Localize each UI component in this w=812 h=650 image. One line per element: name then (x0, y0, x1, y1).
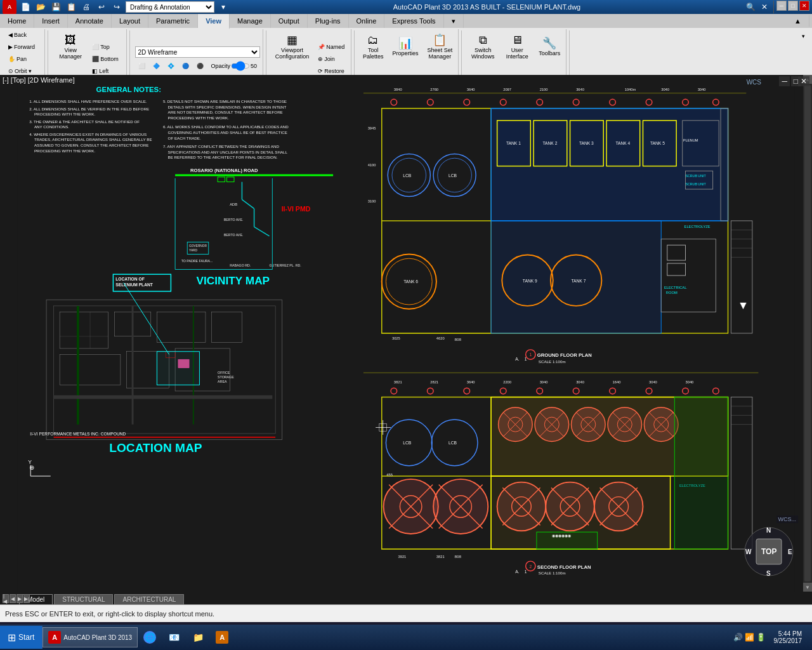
svg-text:2097: 2097 (503, 88, 511, 91)
svg-text:808: 808 (455, 554, 462, 559)
wcs-label: WCS (747, 79, 761, 86)
tab-manage[interactable]: Manage (230, 14, 271, 28)
btn-toolbars[interactable]: 🔧 Toolbars (535, 29, 563, 65)
workspace-selector[interactable]: Drafting & Annotation (126, 1, 214, 13)
btn-view-top[interactable]: ⬜ Top (89, 41, 122, 53)
tab-plugins[interactable]: Plug-ins (308, 14, 349, 28)
close-window-btn[interactable]: ✕ (799, 1, 809, 11)
qa-undo[interactable]: ↩ (95, 1, 108, 13)
svg-text:LOCATION OF: LOCATION OF (115, 277, 145, 281)
svg-text:W: W (745, 548, 752, 555)
svg-text:SELENIUM PLANT: SELENIUM PLANT (115, 282, 154, 287)
tab-view[interactable]: View (198, 14, 230, 29)
qa-print[interactable]: 🖨 (80, 1, 93, 13)
btn-tool-palettes[interactable]: 🗂 ToolPalettes (360, 29, 387, 65)
btn-named[interactable]: 📌 Named (315, 41, 348, 53)
btn-properties[interactable]: 📊 Properties (390, 29, 422, 65)
tab-more[interactable]: ▾ (444, 14, 464, 28)
tab-insert[interactable]: Insert (34, 14, 68, 28)
qa-new[interactable]: 📄 (19, 1, 32, 13)
tab-express-tools[interactable]: Express Tools (384, 14, 443, 28)
model-tabs-bar: |◀ ◀ ▶ ▶| Model STRUCTURAL ARCHITECTURAL (0, 592, 812, 604)
vscroll-down[interactable]: ▼ (803, 583, 812, 592)
taskbar-browser[interactable]: 🌐 (138, 627, 162, 647)
vscroll-thumb[interactable] (804, 85, 811, 581)
svg-rect-106 (491, 109, 728, 221)
ribbon-expand-btn[interactable]: ▾ (799, 30, 808, 42)
minimize-ribbon[interactable]: ▲ (787, 15, 809, 27)
qa-redo[interactable]: ↪ (110, 1, 123, 13)
visual-style-dropdown[interactable]: 2D Wireframe Conceptual Hidden Realistic (135, 46, 261, 58)
svg-text:ASSUMED TO GOVERN. CONSULT THE: ASSUMED TO GOVERN. CONSULT THE ARCHITECT… (34, 143, 148, 147)
taskbar-folder[interactable]: 📁 (186, 627, 210, 647)
btn-forward[interactable]: ▶ Forward (5, 41, 38, 53)
qa-save[interactable]: 💾 (49, 1, 62, 13)
svg-text:1640: 1640 (613, 380, 621, 384)
btn-back[interactable]: ◀ Back (5, 29, 30, 41)
vs-icon5[interactable]: ⚫ (193, 60, 207, 72)
drawing-canvas[interactable]: GENERAL NOTES: 1. ALL DIMENSIONS SHALL H… (0, 75, 812, 592)
svg-text:7.  ANY APPARENT CONFLICT BETW: 7. ANY APPARENT CONFLICT BETWEEN THE DRA… (163, 144, 280, 149)
tab-scroll-prev[interactable]: ◀ (10, 594, 16, 603)
vs-icon2[interactable]: 🔷 (150, 60, 163, 72)
tab-online[interactable]: Online (349, 14, 385, 28)
user-interface-icon: 🖥 (511, 34, 523, 46)
switch-windows-icon: ⧉ (479, 34, 487, 46)
svg-text:PROCEEDING WITH THE WORK.: PROCEEDING WITH THE WORK. (168, 116, 230, 120)
vs-icon1[interactable]: ⬜ (135, 60, 148, 72)
btn-join[interactable]: ⊕ Join (315, 53, 348, 65)
qa-save-as[interactable]: 📋 (65, 1, 77, 13)
btn-view-bottom[interactable]: ⬛ Bottom (89, 53, 122, 65)
minimize-btn[interactable]: ─ (776, 1, 787, 11)
svg-text:GUTIERREZ PL. RD.: GUTIERREZ PL. RD. (270, 263, 301, 267)
svg-text:1.  ALL DIMENSIONS SHALL HAVE : 1. ALL DIMENSIONS SHALL HAVE PREFERENCE … (29, 99, 147, 103)
svg-text:808: 808 (455, 337, 462, 342)
vs-icon4[interactable]: 🔵 (179, 60, 192, 72)
svg-text:3040: 3040 (540, 380, 548, 384)
tab-home[interactable]: Home (0, 14, 34, 28)
tab-architectural[interactable]: ARCHITECTURAL (114, 594, 184, 604)
help-btn[interactable]: 🔍 (744, 1, 757, 13)
viewport-maximize-btn[interactable]: ─ (779, 76, 790, 86)
opacity-slider[interactable] (231, 63, 250, 69)
svg-text:3921: 3921 (398, 555, 407, 559)
autocad2-icon: A (216, 631, 228, 644)
pan-icon: ✋ (8, 56, 15, 62)
qa-dropdown[interactable]: ▾ (217, 1, 230, 13)
svg-text:S: S (766, 570, 771, 577)
viewport-label[interactable]: [-] [Top] [2D Wireframe] (3, 76, 75, 84)
maximize-btn[interactable]: □ (788, 1, 798, 11)
qa-open[interactable]: 📂 (34, 1, 47, 13)
start-button[interactable]: ⊞ Start (0, 626, 43, 649)
btn-pan[interactable]: ✋ Pan (5, 53, 30, 65)
taskbar-autocad2[interactable]: A (210, 627, 234, 647)
svg-text:3640: 3640 (576, 88, 584, 91)
btn-viewport-config[interactable]: ▦ ViewportConfiguration (272, 29, 313, 65)
drawing-area[interactable]: [-] [Top] [2D Wireframe] ─ □ ✕ GENERAL N… (0, 75, 812, 592)
tab-annotate[interactable]: Annotate (68, 14, 112, 28)
viewport-close-btn[interactable]: ✕ (798, 76, 809, 86)
tab-scroll-last[interactable]: ▶| (23, 594, 30, 603)
svg-text:LOCATION MAP: LOCATION MAP (109, 441, 202, 454)
tab-scroll-first[interactable]: |◀ (3, 594, 9, 603)
svg-text:SCALE    1:100m: SCALE 1:100m (539, 359, 566, 364)
svg-text:3945: 3945 (368, 126, 376, 130)
view-cube[interactable]: N S E W TOP (742, 525, 796, 579)
tab-scroll-next[interactable]: ▶ (16, 594, 23, 603)
svg-text:II-VI PERFORMANCE METALS INC. : II-VI PERFORMANCE METALS INC. COMPOUND (30, 432, 126, 436)
tab-parametric[interactable]: Parametric (148, 14, 198, 28)
tab-layout[interactable]: Layout (112, 14, 148, 28)
wcs-indicator: WCS... (776, 515, 799, 523)
taskbar-autocad[interactable]: A AutoCAD Plant 3D 2013 (43, 627, 138, 647)
tab-structural[interactable]: STRUCTURAL (54, 594, 113, 604)
btn-user-interface[interactable]: 🖥 UserInterface (501, 29, 533, 65)
vs-icon3[interactable]: 💠 (164, 60, 178, 72)
close-btn[interactable]: ✕ (758, 1, 771, 13)
btn-switch-windows[interactable]: ⧉ SwitchWindows (467, 29, 499, 65)
svg-text:BERTO AVE.: BERTO AVE. (224, 233, 244, 237)
vertical-scrollbar[interactable]: ▲ ▼ (803, 75, 812, 592)
btn-view-manager[interactable]: 🖼 ViewManager (55, 29, 86, 65)
tab-output[interactable]: Output (271, 14, 308, 28)
btn-sheet-set[interactable]: 📋 Sheet SetManager (424, 29, 456, 65)
taskbar-mail[interactable]: 📧 (162, 627, 186, 647)
